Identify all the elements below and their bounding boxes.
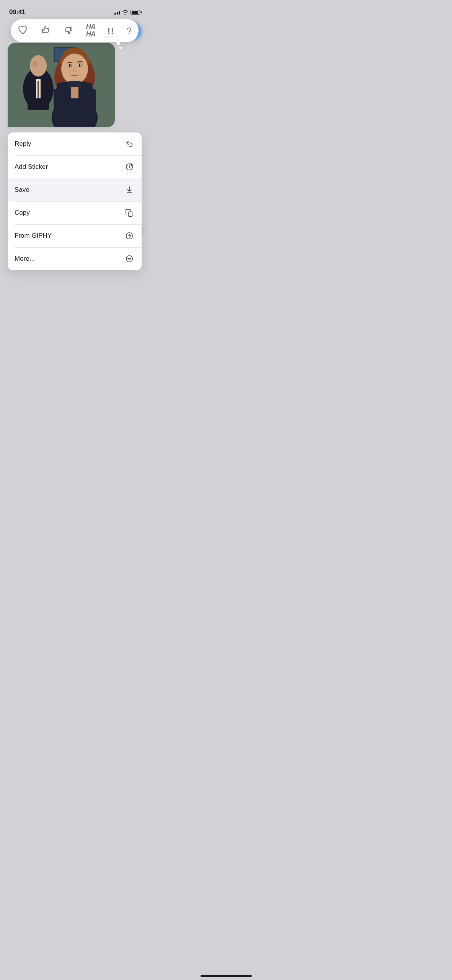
svg-point-37 (128, 258, 129, 259)
status-time: 09:41 (9, 8, 25, 16)
copy-icon (124, 207, 135, 218)
content-area: HAHA !! ? (0, 19, 149, 274)
menu-label-from-giphy: From GIPHY (15, 232, 52, 240)
save-icon (124, 185, 135, 195)
reaction-tail (116, 41, 120, 45)
menu-item-save[interactable]: Save (8, 178, 142, 201)
svg-point-7 (30, 55, 47, 77)
svg-point-38 (129, 258, 130, 259)
menu-item-add-sticker[interactable]: Add Sticker (8, 155, 142, 178)
reply-icon (124, 139, 135, 149)
app-store-icon (124, 230, 135, 241)
svg-point-25 (79, 64, 81, 66)
menu-label-reply: Reply (15, 140, 31, 148)
wifi-icon (122, 10, 128, 15)
status-bar: 09:41 (0, 0, 149, 19)
reaction-bar: HAHA !! ? (11, 19, 139, 42)
menu-label-more: More... (15, 255, 35, 263)
more-icon (124, 253, 135, 264)
svg-rect-1 (70, 27, 72, 30)
reaction-question[interactable]: ? (127, 26, 132, 36)
menu-item-more[interactable]: More... (8, 247, 142, 270)
svg-point-24 (69, 65, 71, 67)
message-bubble[interactable] (8, 43, 115, 127)
menu-item-reply[interactable]: Reply (8, 132, 142, 155)
context-menu: Reply Add Sticker (8, 132, 142, 270)
gif-scene (8, 43, 115, 127)
reaction-dislike[interactable] (63, 24, 74, 37)
status-icons (114, 10, 140, 15)
menu-item-copy[interactable]: Copy (8, 201, 142, 224)
svg-rect-34 (128, 212, 132, 216)
sticker-icon (124, 162, 135, 172)
menu-item-from-giphy[interactable]: From GIPHY (8, 224, 142, 247)
reaction-exclaim[interactable]: !! (107, 26, 114, 36)
svg-point-12 (37, 60, 44, 66)
svg-rect-10 (38, 81, 39, 98)
menu-label-copy: Copy (15, 209, 30, 217)
reaction-tail-small (119, 47, 122, 49)
menu-label-save: Save (15, 186, 29, 194)
signal-icon (114, 10, 120, 15)
svg-point-19 (61, 54, 88, 84)
svg-rect-0 (42, 29, 44, 33)
gif-image (8, 43, 115, 127)
message-container (0, 43, 149, 127)
svg-rect-27 (71, 87, 78, 98)
reaction-heart[interactable] (18, 25, 28, 36)
reaction-haha[interactable]: HAHA (86, 23, 95, 38)
menu-label-add-sticker: Add Sticker (15, 163, 48, 171)
svg-point-39 (130, 258, 131, 259)
reaction-like[interactable] (41, 24, 51, 37)
battery-icon (131, 10, 140, 15)
